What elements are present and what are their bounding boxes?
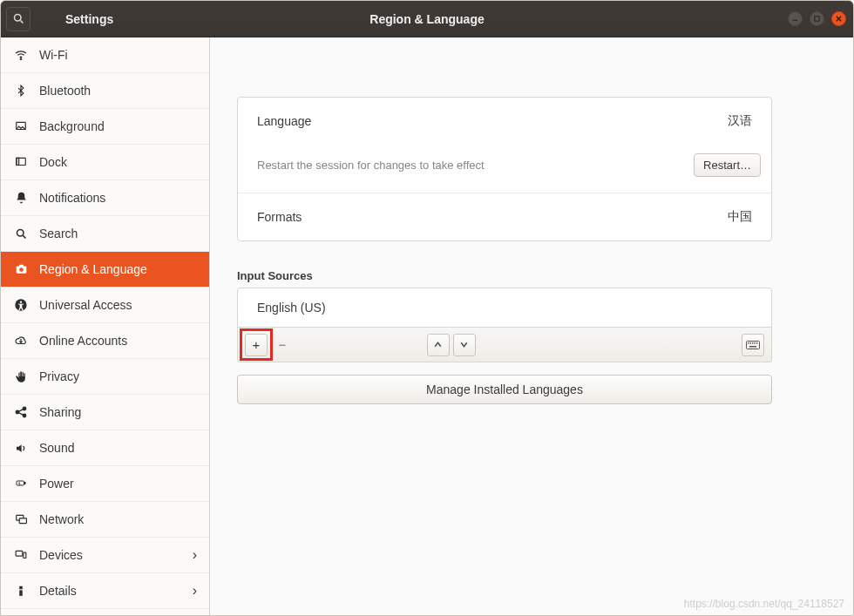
sidebar-item-label: Background	[39, 119, 105, 133]
sidebar-item-sound[interactable]: Sound	[1, 430, 209, 466]
svg-rect-36	[749, 346, 756, 348]
devices-icon	[13, 549, 29, 561]
chevron-right-icon: ›	[193, 583, 197, 599]
sidebar-item-details[interactable]: Details›	[1, 573, 209, 609]
wifi-icon	[13, 48, 29, 62]
svg-rect-3	[815, 17, 819, 21]
background-icon	[13, 120, 29, 132]
keyboard-layout-button[interactable]	[742, 334, 764, 356]
share-icon	[13, 405, 29, 419]
sidebar-item-online[interactable]: Online Accounts	[1, 323, 209, 359]
svg-line-1	[20, 20, 23, 23]
svg-line-21	[18, 413, 23, 416]
move-down-button[interactable]	[453, 334, 476, 356]
svg-line-11	[23, 235, 25, 238]
sidebar-item-label: Wi-Fi	[39, 48, 68, 62]
sidebar-item-label: Online Accounts	[39, 334, 127, 348]
svg-rect-27	[24, 552, 26, 558]
input-source-item[interactable]: English (US)	[238, 288, 771, 327]
svg-rect-34	[754, 342, 756, 344]
sidebar-item-dock[interactable]: Dock	[1, 145, 209, 180]
speaker-icon	[13, 442, 29, 455]
restart-hint: Restart the session for changes to take …	[257, 159, 485, 172]
svg-point-0	[14, 15, 21, 22]
sidebar-item-bluetooth[interactable]: Bluetooth	[1, 73, 209, 109]
add-input-source-button[interactable]: +	[245, 334, 268, 356]
page-title: Region & Language	[369, 12, 484, 26]
svg-point-13	[19, 267, 24, 272]
input-sources-heading: Input Sources	[237, 269, 772, 282]
close-button[interactable]	[831, 11, 846, 26]
sidebar-item-background[interactable]: Background	[1, 109, 209, 145]
sidebar-item-label: Search	[39, 227, 78, 240]
input-sources-list: English (US)	[237, 288, 772, 328]
chevron-right-icon: ›	[193, 547, 197, 563]
sidebar-item-label: Dock	[39, 155, 67, 169]
sidebar-item-label: Universal Access	[39, 298, 132, 312]
sidebar: Wi-FiBluetoothBackgroundDockNotification…	[1, 37, 210, 615]
sidebar-item-search[interactable]: Search	[1, 216, 209, 252]
svg-point-6	[20, 58, 21, 59]
dock-icon	[13, 156, 29, 168]
content-area: Language 汉语 Restart the session for chan…	[210, 37, 853, 615]
sidebar-item-devices[interactable]: Devices›	[1, 538, 209, 573]
sidebar-item-label: Sound	[39, 441, 74, 455]
sidebar-item-label: Notifications	[39, 191, 105, 205]
titlebar: Settings Region & Language	[1, 1, 853, 37]
sidebar-item-label: Devices	[39, 548, 83, 562]
sidebar-item-label: Network	[39, 512, 84, 526]
formats-row[interactable]: Formats 中国	[238, 193, 771, 240]
svg-line-20	[18, 410, 23, 412]
battery-icon	[13, 478, 29, 489]
search-button[interactable]	[6, 7, 30, 31]
info-icon	[13, 584, 29, 598]
sidebar-item-label: Sharing	[39, 405, 81, 419]
manage-languages-button[interactable]: Manage Installed Languages	[237, 375, 772, 404]
sidebar-item-privacy[interactable]: Privacy	[1, 359, 209, 395]
sidebar-item-region[interactable]: Region & Language	[1, 252, 209, 288]
restart-button[interactable]: Restart…	[694, 153, 761, 177]
svg-rect-32	[749, 342, 751, 344]
svg-rect-26	[16, 551, 23, 556]
bell-icon	[13, 191, 29, 205]
svg-rect-30	[746, 341, 759, 349]
formats-value: 中国	[728, 209, 752, 225]
sidebar-item-label: Bluetooth	[39, 84, 91, 98]
sidebar-item-notifications[interactable]: Notifications	[1, 180, 209, 216]
svg-rect-14	[19, 265, 24, 267]
language-row[interactable]: Language 汉语	[238, 98, 771, 145]
restart-row: Restart the session for changes to take …	[238, 145, 771, 193]
app-title: Settings	[65, 12, 113, 26]
sidebar-item-sharing[interactable]: Sharing	[1, 395, 209, 430]
bluetooth-icon	[13, 84, 29, 98]
sidebar-item-label: Region & Language	[39, 262, 147, 276]
svg-rect-25	[19, 518, 26, 524]
svg-rect-28	[19, 586, 23, 590]
svg-rect-9	[17, 158, 19, 165]
sidebar-item-universal[interactable]: Universal Access	[1, 288, 209, 323]
svg-point-10	[17, 229, 24, 236]
sidebar-item-label: Privacy	[39, 369, 79, 383]
svg-rect-29	[19, 590, 23, 595]
network-icon	[13, 513, 29, 525]
formats-label: Formats	[257, 210, 302, 224]
sidebar-item-label: Power	[39, 477, 74, 491]
language-label: Language	[257, 114, 311, 128]
sidebar-item-wifi[interactable]: Wi-Fi	[1, 37, 209, 73]
sidebar-item-power[interactable]: Power	[1, 466, 209, 502]
sidebar-item-label: Details	[39, 584, 77, 598]
move-up-button[interactable]	[427, 334, 450, 356]
minimize-button[interactable]	[788, 11, 803, 26]
remove-input-source-button[interactable]: −	[271, 334, 294, 356]
svg-rect-23	[24, 483, 25, 484]
cloud-icon	[13, 335, 29, 347]
sidebar-item-network[interactable]: Network	[1, 502, 209, 538]
svg-rect-33	[752, 342, 754, 344]
camera-icon	[13, 263, 29, 275]
search-icon	[13, 227, 29, 240]
accessibility-icon	[13, 298, 29, 312]
hand-icon	[13, 369, 29, 384]
svg-rect-22	[17, 481, 24, 485]
maximize-button[interactable]	[810, 11, 824, 26]
svg-point-16	[20, 301, 22, 302]
